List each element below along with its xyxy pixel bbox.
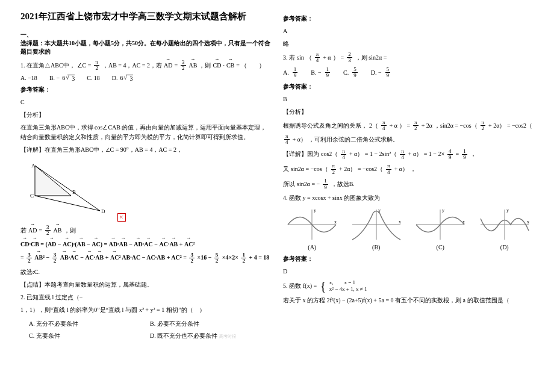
q3-detail: 【详解】因为 cos2（ π4 + α） = 1 − 2sin²（ π4 + α… bbox=[283, 149, 534, 161]
left-column: 2021年江西省上饶市宏才中学高三数学文期末试题含解析 一、 选择题：本大题共1… bbox=[14, 11, 277, 381]
l: B. − bbox=[311, 69, 321, 76]
l: C. bbox=[343, 69, 349, 76]
f: π4 bbox=[284, 134, 290, 146]
q3-and: 又 sin2α = −cos（ π2 + 2α） = −cos2（ π4 + α… bbox=[283, 163, 534, 175]
v: AC bbox=[110, 253, 119, 263]
q1-opt-b: B. −63 bbox=[49, 75, 75, 82]
q5-stem-a: 5. 函数 f(x) = { x, x = 1 x² − 4x + 1, x ≠… bbox=[283, 279, 534, 293]
t: + α） = 1 − 2sin²（ bbox=[349, 149, 397, 159]
q4-stem: 4. 函数 y = xcosx + sinx 的图象大致为 bbox=[283, 193, 534, 203]
v: AC bbox=[184, 240, 193, 249]
q1-analysis-label: 【分析】 bbox=[20, 110, 271, 120]
q1-expand: CD·CB = (AD − AC)·(AB − AC) = AD·AB − AD… bbox=[20, 240, 271, 249]
svg-line-1 bbox=[35, 196, 100, 211]
t: 3. 若 bbox=[283, 53, 295, 63]
eq: = bbox=[341, 53, 344, 63]
svg-text:D: D bbox=[101, 208, 105, 214]
q3-stem: 3. 若 sin （ π4 + α ） = 23 ，则 sin2α = bbox=[283, 52, 534, 64]
right-column: 参考答案： A 略 3. 若 sin （ π4 + α ） = 23 ，则 si… bbox=[277, 11, 540, 381]
q1-opt-c: C. 18 bbox=[87, 75, 100, 82]
q2-ans-label: 参考答案： bbox=[283, 14, 534, 23]
svg-text:y: y bbox=[442, 208, 444, 213]
t: 1，1），则“直线 l 的斜率为0”是“直线 l 与圆 bbox=[20, 305, 137, 315]
d: 4 bbox=[341, 155, 346, 160]
lbl: (C) bbox=[411, 244, 470, 250]
then: ，则 sin2α = bbox=[355, 53, 387, 63]
vec-cd: CD bbox=[213, 61, 221, 70]
t: ，sin2α = −cos（ bbox=[434, 121, 478, 131]
d: 9 bbox=[323, 185, 328, 190]
if: 若 bbox=[20, 226, 26, 235]
t: + α） bbox=[394, 164, 408, 174]
f: 19 bbox=[462, 149, 467, 161]
v: AD bbox=[134, 240, 142, 249]
circle-eq: x² + y² = 1 bbox=[139, 305, 164, 315]
d: 9 bbox=[385, 73, 391, 78]
f: 49 bbox=[447, 149, 453, 161]
q2-ans: A bbox=[283, 26, 534, 36]
t: ，可利用余弦的二倍角公式求解。 bbox=[308, 135, 399, 145]
den: 2 bbox=[94, 66, 99, 71]
v: 6 bbox=[120, 75, 123, 81]
t: 5. 函数 bbox=[283, 281, 301, 291]
v: AB bbox=[77, 240, 86, 249]
f: 32 bbox=[189, 252, 195, 264]
f: π4 bbox=[386, 163, 391, 175]
lbl: C. 18 bbox=[87, 75, 100, 81]
q3-analysis: 根据诱导公式及角之间的关系， 2（ π4 + α ） = π2 + 2α ，si… bbox=[283, 120, 534, 146]
lbl: D. bbox=[112, 75, 118, 81]
q4-charts: xy (A) xy (B) xy (C) xy (D) bbox=[283, 207, 534, 250]
d: 2 bbox=[241, 258, 246, 264]
d: 2 bbox=[189, 258, 195, 264]
l: D. − bbox=[371, 69, 382, 76]
rt: 3 bbox=[126, 75, 133, 82]
d: 9 bbox=[352, 73, 358, 78]
lbl: B. − bbox=[49, 75, 60, 81]
q1-analysis: 在直角三角形ABC中，求得 cos∠CAB 的值，再由向量的加减运算，运用平面向… bbox=[20, 123, 271, 142]
p2: x² − 4x + 1, x ≠ 1 bbox=[329, 286, 367, 293]
d: 9 bbox=[293, 73, 298, 78]
v: CD bbox=[20, 240, 29, 249]
frac-3-2: 3 2 bbox=[181, 60, 186, 72]
f: 52 bbox=[214, 252, 220, 264]
q4-ans-label: 参考答案： bbox=[283, 254, 534, 264]
t: 2（ bbox=[369, 121, 378, 131]
l: A. bbox=[283, 69, 289, 76]
rp: ） bbox=[333, 53, 339, 63]
svg-text:y: y bbox=[378, 208, 381, 213]
svg-text:A: A bbox=[31, 163, 36, 169]
t: sin2α = −cos（ bbox=[291, 164, 328, 174]
d: 2 bbox=[331, 170, 337, 175]
p1: x, x = 1 bbox=[329, 279, 367, 286]
d: 9 bbox=[462, 155, 467, 160]
q3-opt-b: B. −19 bbox=[311, 67, 331, 79]
f: π4 bbox=[341, 149, 346, 161]
lbl: D. 既不充分也不必要条件 bbox=[150, 332, 217, 339]
d: 4 bbox=[284, 140, 290, 145]
q2-opt-c: C. 充要条件 bbox=[29, 332, 150, 340]
d: 2 bbox=[214, 258, 220, 264]
fx: f(x) = bbox=[303, 281, 317, 291]
lbrace-icon: { bbox=[320, 282, 326, 289]
then2: ，则 bbox=[64, 226, 76, 235]
chart-a: xy (A) bbox=[283, 207, 341, 250]
f: 32 bbox=[26, 252, 32, 264]
section-num: 一、 bbox=[20, 31, 33, 38]
e: x² − 4x + 1, bbox=[329, 286, 355, 292]
svg-text:C: C bbox=[30, 193, 34, 199]
svg-text:y: y bbox=[506, 208, 509, 213]
svg-text:x: x bbox=[462, 219, 465, 225]
frac-pi-2: π 2 bbox=[94, 60, 99, 72]
vec-ad: AD bbox=[164, 61, 172, 70]
v: AB bbox=[169, 240, 178, 249]
q2-stem-a: 2. 已知直线 l 过定点（− bbox=[20, 293, 271, 302]
d: 4 bbox=[381, 126, 387, 131]
d: 4 bbox=[315, 58, 320, 63]
d: 2 bbox=[26, 258, 32, 264]
lbl: A. −18 bbox=[20, 75, 37, 81]
d: 9 bbox=[447, 155, 453, 160]
t: + 4 = 18 bbox=[249, 254, 269, 261]
svg-text:y: y bbox=[314, 208, 316, 213]
d: 4 bbox=[400, 155, 405, 160]
vec-ad2: AD bbox=[28, 226, 37, 235]
